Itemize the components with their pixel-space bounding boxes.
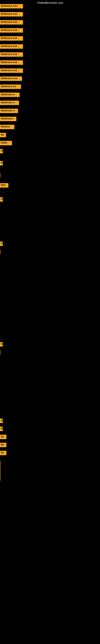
bottleneck-item-0[interactable]: Bottleneck resu [0,4,23,8]
bottleneck-item-14[interactable]: Bottleneck r [0,117,16,121]
bottleneck-item-12[interactable]: Bottleneck re [0,100,19,105]
bottleneck-item-19[interactable]: B [0,161,3,166]
bottleneck-item-25[interactable]: B [0,342,3,346]
line-marker-20 [0,173,0,178]
bottleneck-item-16[interactable]: Bo [0,133,6,137]
bottleneck-item-22[interactable]: B [0,197,3,202]
line-marker-24 [0,250,0,254]
bottleneck-item-11[interactable]: Bottleneck re [0,92,20,97]
bottleneck-item-15[interactable]: Bottlene [0,125,14,129]
bottleneck-item-6[interactable]: Bottleneck resu [0,52,23,57]
bottleneck-item-13[interactable]: Bottleneck re [0,109,18,113]
bottleneck-item-30[interactable]: Bo [0,443,6,447]
bottleneck-item-5[interactable]: Bottleneck resu [0,44,23,49]
bottleneck-item-7[interactable]: Bottleneck resu [0,60,23,65]
bottleneck-item-1[interactable]: Bottleneck resu [0,12,23,16]
bottleneck-item-8[interactable]: Bottleneck resu [0,68,23,73]
line-marker-32 [0,461,0,481]
bottleneck-item-28[interactable]: B [0,427,3,431]
bottleneck-item-17[interactable]: Bottle [0,141,12,145]
bottleneck-item-31[interactable]: Bo [0,451,6,455]
bottleneck-item-9[interactable]: Bottleneck resu [0,76,22,81]
bottleneck-item-23[interactable]: B [0,242,3,246]
bottleneck-item-3[interactable]: Bottleneck resu [0,28,23,32]
bottleneck-item-4[interactable]: Bottleneck resu [0,36,23,41]
bottleneck-item-21[interactable]: Bott [0,183,8,188]
bottleneck-item-27[interactable]: B [0,418,3,423]
bottleneck-item-29[interactable]: Bo [0,435,6,439]
bottleneck-item-2[interactable]: Bottleneck resu [0,20,23,24]
bottleneck-item-18[interactable]: B [0,149,3,153]
line-marker-26 [0,350,0,354]
bottleneck-item-10[interactable]: Bottleneck res [0,84,21,89]
